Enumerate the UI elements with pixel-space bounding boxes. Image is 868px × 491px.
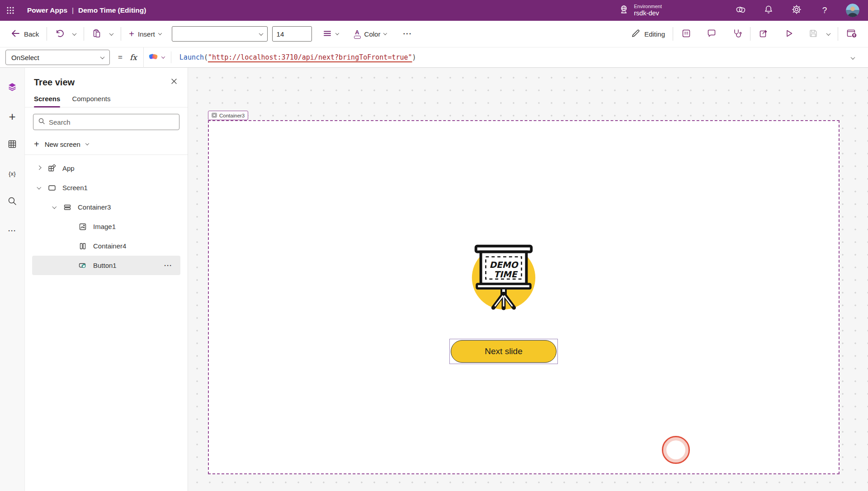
property-value: OnSelect	[11, 54, 39, 61]
copilot-formula-button[interactable]	[148, 51, 171, 63]
tree-item-container3[interactable]: Container3	[25, 197, 188, 217]
tree-item-label: Container4	[93, 242, 126, 250]
grid-icon	[7, 139, 17, 151]
container3-element[interactable]: Container3	[208, 120, 840, 474]
tree-item-button1[interactable]: Button1 ···	[32, 256, 180, 275]
container-tag-label: Container3	[219, 113, 245, 118]
tree-item-label: Screen1	[62, 184, 88, 192]
button-icon	[78, 261, 87, 270]
plus-icon: +	[34, 140, 39, 149]
new-screen-button[interactable]: + New screen	[25, 136, 188, 155]
avatar	[846, 4, 859, 17]
app-name[interactable]: Power Apps	[27, 6, 67, 14]
demo-text-line2: TIME	[494, 270, 518, 279]
formula-code[interactable]: Launch("http://localhost:3710/api/next?b…	[179, 53, 416, 61]
help-button[interactable]: ?	[814, 0, 835, 21]
document-title: Demo Time (Editing)	[78, 6, 146, 14]
chevron-right-icon[interactable]	[38, 166, 42, 171]
publish-icon	[846, 28, 858, 40]
stethoscope-icon	[731, 28, 742, 40]
variables-rail-button[interactable]: {x}	[6, 168, 18, 179]
checklist-icon	[681, 28, 692, 40]
account-button[interactable]	[842, 0, 863, 21]
property-selector[interactable]: OnSelect	[5, 50, 110, 65]
settings-button[interactable]	[786, 0, 807, 21]
search-rail-button[interactable]	[6, 196, 18, 208]
undo-dropdown[interactable]	[69, 30, 80, 38]
copilot-button[interactable]	[730, 0, 751, 21]
demo-time-image[interactable]: DEMO TIME	[467, 235, 540, 311]
design-canvas[interactable]: Container3	[188, 68, 868, 491]
command-overflow-button[interactable]: ···	[399, 27, 416, 41]
help-icon: ?	[822, 5, 827, 15]
search-input[interactable]	[49, 118, 175, 126]
demo-text-line1: DEMO	[489, 260, 519, 270]
environment-name: rsdk-dev	[634, 9, 662, 17]
editing-mode-button[interactable]: Editing	[627, 26, 669, 42]
undo-button[interactable]	[51, 26, 69, 42]
alignment-button[interactable]	[318, 26, 343, 42]
waffle-menu-icon[interactable]	[0, 0, 21, 21]
back-label: Back	[24, 30, 39, 38]
paste-button[interactable]	[88, 26, 106, 42]
insert-rail-button[interactable]: +	[6, 111, 18, 122]
comments-button[interactable]	[702, 25, 721, 43]
tree-item-label: Container3	[78, 203, 111, 211]
tree-item-label: App	[62, 164, 75, 172]
close-panel-button[interactable]	[170, 77, 179, 88]
tree-view-rail-button[interactable]	[6, 82, 18, 94]
left-rail: + {x} ···	[0, 68, 25, 491]
container3-selection-tag[interactable]: Container3	[208, 111, 248, 120]
title-separator: |	[72, 6, 74, 14]
editing-label: Editing	[644, 30, 665, 38]
save-icon	[808, 28, 819, 40]
chevron-down-icon[interactable]	[38, 186, 42, 190]
environment-icon	[618, 4, 629, 17]
insert-button[interactable]: + Insert	[125, 27, 165, 41]
more-rail-button[interactable]: ···	[6, 224, 18, 236]
save-dropdown[interactable]	[823, 30, 834, 38]
publish-button[interactable]	[842, 25, 862, 43]
preview-button[interactable]	[779, 25, 798, 43]
more-icon: ···	[8, 227, 16, 234]
pencil-icon	[631, 28, 641, 40]
tree-item-app[interactable]: App	[25, 159, 188, 178]
item-more-button[interactable]: ···	[164, 262, 180, 269]
tree-view-panel: Tree view Screens Components + New scree…	[25, 68, 188, 491]
color-button[interactable]: A Color	[350, 27, 391, 42]
tree-item-image1[interactable]: Image1	[25, 217, 188, 236]
button1-selection-box: Next slide	[449, 339, 558, 364]
tree-item-container4[interactable]: Container4	[25, 236, 188, 256]
command-bar: Back + Insert A Color ···	[0, 21, 868, 47]
formula-expand-button[interactable]	[851, 53, 854, 61]
paste-dropdown[interactable]	[106, 30, 117, 38]
tree-item-screen1[interactable]: Screen1	[25, 178, 188, 197]
search-icon	[7, 196, 17, 208]
notifications-button[interactable]	[758, 0, 779, 21]
alignment-icon	[322, 28, 332, 40]
back-button[interactable]: Back	[6, 26, 43, 42]
fx-icon: fx	[130, 53, 137, 62]
copilot-color-icon	[148, 51, 158, 63]
app-checker-button[interactable]	[727, 25, 746, 43]
save-button[interactable]	[804, 25, 823, 43]
tab-screens[interactable]: Screens	[34, 95, 60, 107]
font-size-input[interactable]	[272, 26, 312, 42]
formula-input[interactable]: Launch("http://localhost:3710/api/next?b…	[143, 47, 863, 68]
next-slide-button[interactable]: Next slide	[451, 340, 557, 363]
environment-label: Environment	[634, 4, 662, 9]
environment-picker[interactable]: Environment rsdk-dev	[618, 4, 662, 17]
font-family-dropdown[interactable]	[172, 26, 268, 42]
container-horizontal-icon	[63, 203, 72, 212]
app-checklist-button[interactable]	[677, 25, 696, 43]
equals-sign: =	[118, 53, 123, 62]
chevron-down-icon[interactable]	[53, 205, 57, 210]
plus-icon: +	[129, 29, 134, 38]
data-rail-button[interactable]	[6, 139, 18, 151]
formula-bar: OnSelect = fx Launch("http://localhost:3…	[0, 47, 868, 68]
share-button[interactable]	[754, 25, 773, 43]
formula-function: Launch	[179, 53, 204, 61]
close-icon	[170, 79, 178, 86]
tree-search[interactable]	[33, 114, 179, 130]
tab-components[interactable]: Components	[72, 95, 110, 107]
